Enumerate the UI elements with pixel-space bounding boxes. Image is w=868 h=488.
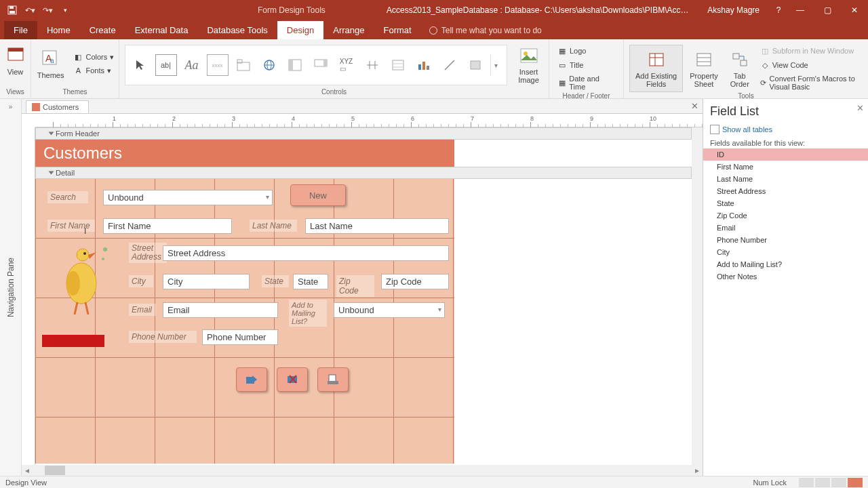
scroll-left-icon[interactable]: ◂ [22, 466, 33, 475]
close-pane-icon[interactable]: ✕ [856, 103, 864, 113]
save-icon[interactable] [5, 3, 19, 17]
street-address-label[interactable]: Street Address [129, 243, 167, 263]
doc-tab-customers[interactable]: Customers [26, 100, 89, 113]
tab-file[interactable]: File [4, 21, 37, 39]
controls-gallery[interactable]: ab| Aa xxxx XYZ▭ ▾ [125, 45, 507, 85]
form-view-button[interactable] [799, 478, 814, 487]
section-form-header[interactable]: Form Header [35, 127, 692, 140]
datetime-button[interactable]: ▦Date and Time [555, 73, 618, 92]
last-name-label[interactable]: Last Name [250, 220, 297, 232]
title-button[interactable]: ▭Title [555, 59, 618, 71]
insert-image-button[interactable]: Insert Image [514, 42, 544, 87]
diagonal-line-icon[interactable] [439, 54, 460, 76]
datasheet-view-button[interactable] [815, 478, 830, 487]
combobox-tool-icon[interactable] [310, 54, 332, 76]
listbox-tool-icon[interactable] [387, 54, 409, 76]
form-header-body[interactable]: Customers [35, 140, 454, 167]
qat-more-icon[interactable]: ▾ [58, 3, 72, 17]
undo-icon[interactable]: ↶▾ [23, 3, 37, 17]
red-rectangle[interactable] [42, 335, 104, 347]
field-item[interactable]: Last Name [703, 173, 868, 185]
navigation-tool-icon[interactable] [284, 54, 306, 76]
phone-field[interactable]: Phone Number [202, 329, 278, 345]
scroll-thumb[interactable] [45, 466, 65, 475]
field-item[interactable]: Phone Number [703, 234, 868, 246]
tab-external-data[interactable]: External Data [125, 21, 198, 39]
field-item[interactable]: First Name [703, 161, 868, 173]
phone-label[interactable]: Phone Number [129, 331, 197, 343]
zip-label[interactable]: Zip Code [336, 275, 374, 297]
city-field[interactable]: City [163, 274, 250, 289]
tab-home[interactable]: Home [37, 21, 80, 39]
label-tool-icon[interactable]: Aa [181, 54, 203, 76]
maximize-button[interactable]: ▢ [814, 0, 841, 20]
line-tool-icon[interactable] [361, 54, 383, 76]
field-item[interactable]: Zip Code [703, 209, 868, 222]
rectangle-tool-icon[interactable] [465, 54, 486, 76]
tab-arrange[interactable]: Arrange [323, 21, 374, 39]
email-label[interactable]: Email [129, 304, 156, 316]
search-label[interactable]: Search [47, 191, 88, 203]
navigation-pane-collapsed[interactable]: » Navigation Pane [0, 99, 22, 476]
view-code-button[interactable]: ◇View Code [757, 59, 863, 71]
help-button[interactable]: ? [770, 0, 787, 20]
view-button[interactable]: View [1, 42, 31, 79]
scroll-right-icon[interactable]: ▸ [692, 466, 703, 475]
close-button[interactable]: ✕ [841, 0, 868, 20]
email-field[interactable]: Email [163, 302, 278, 318]
textbox-tool-icon[interactable]: ab| [155, 54, 177, 76]
expand-nav-icon[interactable]: » [9, 103, 13, 110]
search-combo[interactable]: Unbound [103, 190, 273, 205]
street-address-field[interactable]: Street Address [163, 245, 449, 261]
zip-field[interactable]: Zip Code [381, 274, 449, 289]
addto-combo[interactable]: Unbound [334, 302, 445, 318]
form-title-label[interactable]: Customers [43, 144, 122, 163]
state-field[interactable]: State [293, 274, 328, 289]
field-item[interactable]: Street Address [703, 185, 868, 197]
field-item[interactable]: ID [703, 148, 868, 161]
tab-database-tools[interactable]: Database Tools [197, 21, 277, 39]
layout-view-button[interactable] [831, 478, 846, 487]
tell-me-search[interactable]: Tell me what you want to do [421, 22, 550, 39]
first-name-field[interactable]: First Name [103, 218, 232, 234]
field-item[interactable]: Add to Mailing List? [703, 258, 868, 270]
close-doc-icon[interactable]: ✕ [691, 101, 698, 111]
detail-section[interactable]: Search Unbound New First Name First Name… [35, 179, 454, 464]
horizontal-scrollbar[interactable]: ◂ ▸ [22, 465, 703, 476]
section-detail[interactable]: Detail [35, 167, 692, 179]
redo-icon[interactable]: ↷▾ [41, 3, 54, 17]
property-sheet-button[interactable]: Property Sheet [686, 45, 722, 92]
tab-create[interactable]: Create [80, 21, 125, 39]
tab-control-icon[interactable] [233, 54, 254, 76]
barchart-tool-icon[interactable] [413, 54, 435, 76]
bird-image[interactable] [47, 237, 115, 319]
state-label[interactable]: State [262, 275, 289, 287]
tab-order-button[interactable]: Tab Order [725, 45, 755, 92]
new-record-button[interactable]: New [290, 184, 346, 206]
gallery-more-icon[interactable]: ▾ [490, 54, 502, 76]
field-item[interactable]: State [703, 197, 868, 209]
vertical-scrollbar[interactable] [692, 127, 703, 465]
action-button-3[interactable] [317, 367, 349, 392]
button-tool-icon[interactable]: xxxx [207, 54, 229, 76]
tab-format[interactable]: Format [374, 21, 421, 39]
field-item[interactable]: Other Notes [703, 270, 868, 283]
tab-design[interactable]: Design [277, 21, 323, 39]
show-all-tables-link[interactable]: Show all tables [703, 124, 868, 138]
user-name[interactable]: Akshay Magre [707, 5, 760, 15]
action-button-2[interactable] [277, 367, 308, 392]
convert-macros-button[interactable]: ⟳Convert Form's Macros to Visual Basic [757, 73, 863, 92]
select-tool-icon[interactable] [130, 54, 151, 76]
last-name-field[interactable]: Last Name [305, 218, 449, 234]
add-existing-fields-button[interactable]: Add Existing Fields [629, 45, 683, 92]
action-button-1[interactable] [236, 367, 267, 392]
horizontal-ruler[interactable]: 12345678910 [35, 114, 703, 127]
hyperlink-tool-icon[interactable] [258, 54, 280, 76]
minimize-button[interactable]: — [787, 0, 814, 20]
field-item[interactable]: Email [703, 222, 868, 234]
themes-button[interactable]: Aa Themes [33, 45, 68, 82]
addto-label[interactable]: Add to Mailing List? [289, 300, 327, 327]
city-label[interactable]: City [129, 275, 153, 287]
form-canvas[interactable]: Form Header Customers Detail Search Unbo… [22, 127, 703, 465]
field-item[interactable]: City [703, 246, 868, 258]
